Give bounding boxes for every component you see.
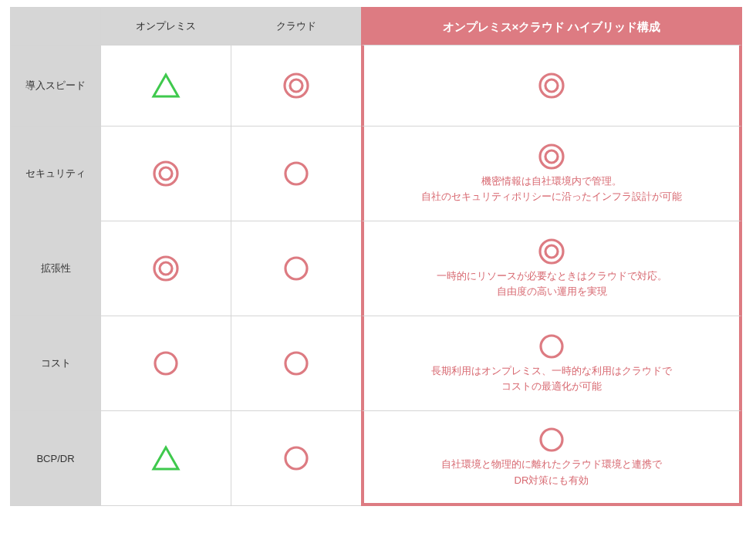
double-circle-icon xyxy=(152,160,180,187)
table-row: セキュリティ 機密情報は自社環境内で管理。 自社のセキュリティポリシーに沿ったイ… xyxy=(11,127,745,221)
header-onprem: オンプレミス xyxy=(100,7,231,46)
double-circle-icon xyxy=(282,72,310,100)
svg-point-20 xyxy=(541,429,562,451)
double-circle-icon xyxy=(538,72,565,100)
cell-cloud xyxy=(231,45,362,127)
comparison-table: オンプレミス クラウド オンプレミス×クラウド ハイブリッド構成 導入スピード xyxy=(11,8,745,506)
double-circle-icon xyxy=(152,255,180,282)
svg-point-15 xyxy=(155,353,177,374)
svg-point-8 xyxy=(540,145,563,168)
svg-point-14 xyxy=(545,245,558,258)
cell-hybrid: 一時的にリソースが必要なときはクラウドで対応。 自由度の高い運用を実現 xyxy=(361,221,742,316)
cell-onprem xyxy=(100,410,231,506)
row-label: コスト xyxy=(10,316,101,411)
cell-cloud xyxy=(231,126,362,221)
triangle-icon xyxy=(151,445,181,471)
table-row: BCP/DR 自社環境と物理的に離れたクラウド環境と連携で DR対策にも有効 xyxy=(11,411,745,506)
circle-icon xyxy=(538,332,565,360)
circle-icon xyxy=(538,426,565,454)
double-circle-icon xyxy=(538,238,565,265)
svg-point-10 xyxy=(154,257,177,280)
cell-cloud xyxy=(231,221,362,316)
svg-point-17 xyxy=(541,336,562,357)
cell-hybrid: 長期利用はオンプレミス、一時的な利用はクラウドで コストの最適化が可能 xyxy=(361,316,742,411)
hybrid-desc: 自社環境と物理的に離れたクラウド環境と連携で DR対策にも有効 xyxy=(441,457,662,488)
cell-hybrid: 自社環境と物理的に離れたクラウド環境と連携で DR対策にも有効 xyxy=(361,410,742,506)
header-hybrid: オンプレミス×クラウド ハイブリッド構成 xyxy=(361,7,742,46)
header-cloud: クラウド xyxy=(231,7,362,46)
hybrid-desc: 機密情報は自社環境内で管理。 自社のセキュリティポリシーに沿ったインフラ設計が可… xyxy=(421,174,682,204)
svg-point-6 xyxy=(160,167,172,180)
svg-point-3 xyxy=(540,74,563,97)
svg-point-13 xyxy=(540,240,563,263)
cell-onprem xyxy=(100,126,231,221)
cell-onprem xyxy=(100,316,231,411)
row-label: BCP/DR xyxy=(10,410,101,506)
double-circle-icon xyxy=(538,143,565,170)
svg-point-2 xyxy=(290,79,302,92)
row-label: 導入スピード xyxy=(10,45,101,127)
svg-point-1 xyxy=(285,74,308,97)
table-row: コスト 長期利用はオンプレミス、一時的な利用はクラウドで コストの最適化が可能 xyxy=(11,316,745,411)
hybrid-desc: 長期利用はオンプレミス、一時的な利用はクラウドで コストの最適化が可能 xyxy=(431,363,672,394)
svg-point-16 xyxy=(285,353,307,374)
hybrid-desc: 一時的にリソースが必要なときはクラウドで対応。 自由度の高い運用を実現 xyxy=(437,268,667,299)
circle-icon xyxy=(282,444,310,472)
circle-icon xyxy=(282,255,310,282)
circle-icon xyxy=(152,349,180,377)
circle-icon xyxy=(282,349,310,377)
svg-point-19 xyxy=(285,447,307,469)
svg-point-12 xyxy=(285,258,307,279)
table-row: 拡張性 一時的にリソースが必要なときはクラウドで対応。 自由度の高い運用を実現 xyxy=(11,221,745,316)
table-row: 導入スピード xyxy=(11,46,745,127)
header-rowhead xyxy=(10,7,101,46)
cell-onprem xyxy=(100,45,231,127)
cell-cloud xyxy=(231,316,362,411)
cell-hybrid xyxy=(361,45,742,127)
svg-point-5 xyxy=(154,162,177,185)
circle-icon xyxy=(282,160,310,187)
svg-point-9 xyxy=(545,150,558,163)
svg-point-7 xyxy=(285,163,307,184)
cell-hybrid: 機密情報は自社環境内で管理。 自社のセキュリティポリシーに沿ったインフラ設計が可… xyxy=(361,126,742,221)
svg-marker-0 xyxy=(154,75,178,96)
row-label: 拡張性 xyxy=(10,221,101,316)
table-body: 導入スピード セキュリティ xyxy=(11,46,745,506)
table-header-row: オンプレミス クラウド オンプレミス×クラウド ハイブリッド構成 xyxy=(11,8,745,46)
row-label: セキュリティ xyxy=(10,126,101,221)
svg-point-4 xyxy=(545,79,558,92)
cell-onprem xyxy=(100,221,231,316)
svg-point-11 xyxy=(160,262,172,275)
svg-marker-18 xyxy=(154,447,178,469)
triangle-icon xyxy=(151,73,181,99)
cell-cloud xyxy=(231,410,362,506)
